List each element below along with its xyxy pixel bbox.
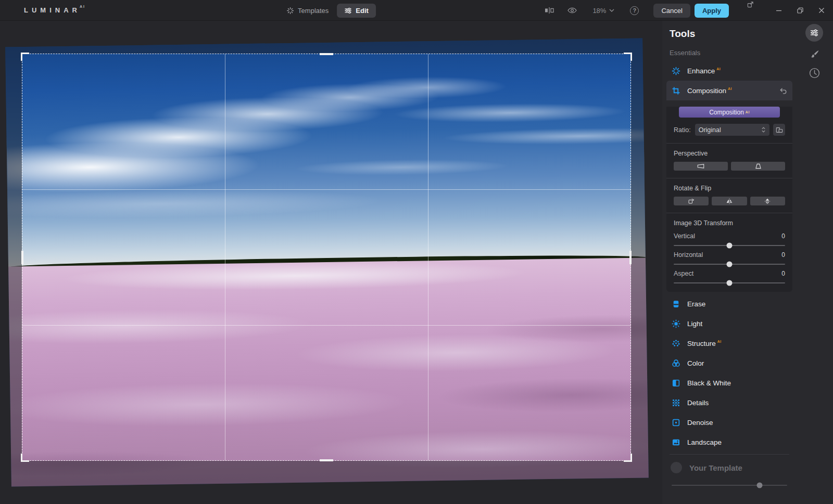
tool-item-erase[interactable]: Erase [666,294,792,314]
zoom-level-dropdown[interactable]: 18% [592,7,614,15]
chevron-down-icon [609,9,614,12]
rotate-flip-label: Rotate & Flip [666,178,792,197]
restore-window-icon[interactable] [797,7,803,14]
perspective-horizontal-button[interactable] [674,162,728,171]
tool-item-light[interactable]: Light [666,314,792,333]
crop-handle-top[interactable] [320,53,333,55]
tool-item-structure[interactable]: StructureAI [666,333,792,353]
quick-preview-eye-icon[interactable] [567,7,577,14]
perspective-vertical-icon [755,163,762,169]
horizontal-slider[interactable] [674,264,785,265]
adjustments-rail-button[interactable] [805,24,823,42]
section-essentials: Essentials [666,40,792,61]
tool-label-enhance: EnhanceAI [687,67,721,75]
edit-sliders-icon [344,7,352,15]
landscape-image-icon [672,438,680,447]
slider-label-vertical: Vertical [674,232,695,240]
slider-value-vertical: 0 [781,232,785,240]
tool-label-denoise: Denoise [687,419,713,427]
minimize-icon[interactable] [776,7,782,14]
aspect-slider[interactable] [674,282,785,283]
denoise-icon [672,418,680,427]
ratio-selected-value: Original [699,126,721,134]
topbar: LUMINARAI Templates Edit [0,0,833,21]
your-template-row[interactable]: Your Template [666,455,792,473]
flip-vertical-button[interactable] [750,197,785,205]
reset-undo-icon[interactable] [779,87,787,95]
tool-label-black-white: Black & White [687,379,731,387]
app-logo: LUMINARAI [24,6,86,14]
color-circles-icon [672,359,680,368]
perspective-horizontal-icon [697,163,705,169]
tool-item-black-white[interactable]: Black & White [666,373,792,393]
sidebar-rail [796,21,833,79]
ratio-select[interactable]: Original [695,124,769,136]
crop-handle-bottom[interactable] [320,459,333,461]
composition-ai-button[interactable]: CompositionAI [679,107,780,118]
cancel-button[interactable]: Cancel [653,4,690,18]
perspective-label: Perspective [666,144,792,162]
slider-label-horizontal: Horizontal [674,251,703,259]
horizontal-slider-thumb[interactable] [727,262,733,267]
compare-before-after-icon[interactable] [545,7,554,14]
rotate-icon [688,198,695,204]
tools-panel: Tools Essentials EnhanceAI [662,21,796,504]
your-template-label: Your Template [689,463,742,472]
templates-sparkle-icon [286,7,294,15]
tool-label-structure: StructureAI [687,340,722,347]
tool-item-details[interactable]: Details [666,393,792,412]
aspect-slider-thumb[interactable] [727,280,733,286]
tool-item-landscape[interactable]: Landscape [666,432,792,452]
slider-row-aspect: Aspect 0 [674,270,785,283]
tab-edit[interactable]: Edit [337,4,376,18]
perspective-buttons [674,162,785,171]
flip-horizontal-button[interactable] [712,197,747,205]
brush-local-masking-icon[interactable] [809,49,820,60]
slider-label-aspect: Aspect [674,270,693,277]
ratio-row: Ratio: Original [674,124,785,136]
ai-badge: AI [728,87,732,91]
crop-handle-top-left[interactable] [21,53,29,61]
ratio-orientation-toggle-icon[interactable] [773,124,785,136]
close-window-icon[interactable] [818,7,825,14]
tool-item-enhance[interactable]: EnhanceAI [666,61,792,81]
tools-sidebar: Tools Essentials EnhanceAI [662,21,833,504]
slider-row-vertical: Vertical 0 [674,232,785,246]
crop-handle-bottom-left[interactable] [21,454,29,462]
template-amount-slider-thumb[interactable] [756,483,762,488]
vertical-slider-thumb[interactable] [727,243,733,249]
crop-grid-horizontal-2 [22,325,630,326]
crop-handle-top-right[interactable] [624,53,632,61]
tab-templates[interactable]: Templates [286,7,329,15]
logo-ai-sup: AI [80,5,85,8]
tool-item-color[interactable]: Color [666,353,792,373]
rotate-button[interactable] [674,197,709,205]
composition-panel: CompositionAI Ratio: Original [666,107,792,292]
tool-item-composition[interactable]: CompositionAI [666,81,792,100]
structure-dots-icon [672,339,680,348]
export-icon[interactable] [747,1,754,10]
perspective-vertical-button[interactable] [731,162,785,171]
image-3d-transform-label: Image 3D Transform [666,213,792,231]
crop-handle-left[interactable] [21,251,23,264]
erase-icon [672,300,680,308]
help-icon[interactable]: ? [630,6,639,15]
slider-row-horizontal: Horizontal 0 [674,251,785,265]
light-sun-icon [672,319,680,328]
crop-handle-right[interactable] [629,251,632,264]
zoom-level-value: 18% [592,7,606,15]
vertical-slider[interactable] [674,245,785,246]
apply-button[interactable]: Apply [695,4,729,18]
history-clock-icon[interactable] [809,67,821,79]
template-amount-slider[interactable] [672,485,787,486]
crop-overlay[interactable] [22,54,631,461]
tool-label-landscape: Landscape [687,438,722,446]
flip-horizontal-icon [726,198,733,204]
ai-badge: AI [717,340,722,343]
crop-handle-bottom-right[interactable] [624,454,632,462]
tool-label-composition: CompositionAI [687,87,732,95]
composition-crop-icon [672,86,680,95]
crop-grid-vertical-1 [225,54,225,460]
tool-item-denoise[interactable]: Denoise [666,412,792,432]
rotate-flip-buttons [674,197,785,205]
